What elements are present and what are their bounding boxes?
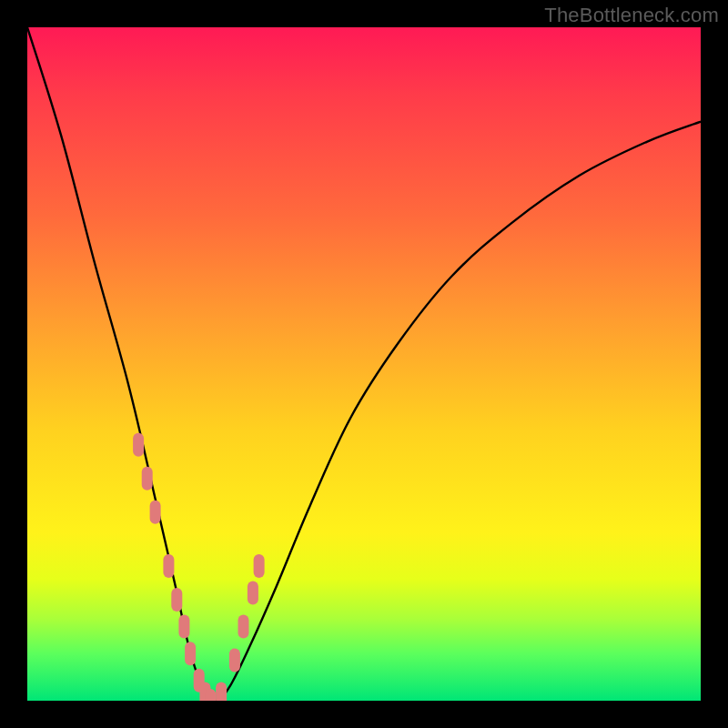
bottleneck-curve <box>27 27 701 701</box>
plot-area <box>27 27 701 701</box>
curve-marker <box>216 682 227 701</box>
curve-layer <box>27 27 701 701</box>
curve-marker <box>150 500 161 524</box>
curve-marker <box>185 642 196 665</box>
curve-marker <box>248 581 258 605</box>
curve-marker <box>171 588 182 612</box>
curve-markers <box>133 433 265 701</box>
credit-watermark: TheBottleneck.com <box>544 4 719 27</box>
curve-marker <box>133 433 144 457</box>
curve-marker <box>238 615 249 639</box>
curve-marker <box>163 554 174 578</box>
curve-marker <box>254 554 265 578</box>
curve-marker <box>229 649 240 672</box>
curve-marker <box>178 615 189 639</box>
chart-frame: TheBottleneck.com <box>0 0 728 728</box>
curve-marker <box>142 467 153 490</box>
curve-marker <box>205 689 216 701</box>
